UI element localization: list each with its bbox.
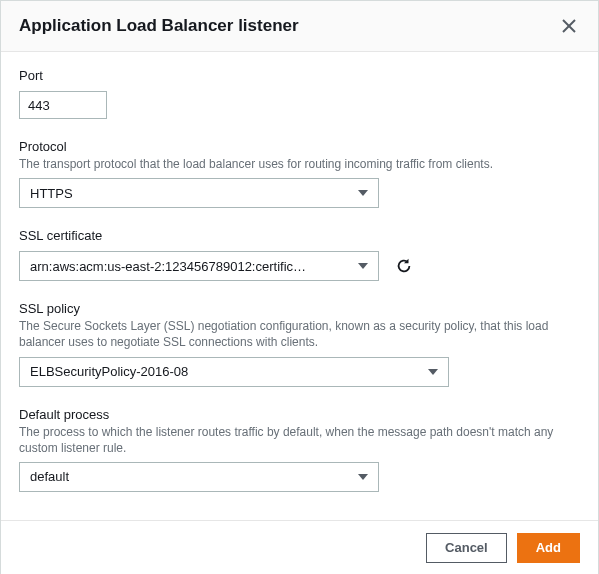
refresh-icon: [395, 257, 413, 275]
default-process-select-value: default: [30, 469, 69, 484]
default-process-field: Default process The process to which the…: [19, 407, 580, 492]
ssl-policy-help: The Secure Sockets Layer (SSL) negotiati…: [19, 318, 580, 350]
ssl-certificate-select[interactable]: arn:aws:acm:us-east-2:123456789012:certi…: [19, 251, 379, 281]
protocol-label: Protocol: [19, 139, 580, 154]
chevron-down-icon: [428, 369, 438, 375]
dialog-title: Application Load Balancer listener: [19, 16, 299, 36]
ssl-certificate-select-value: arn:aws:acm:us-east-2:123456789012:certi…: [30, 259, 306, 274]
protocol-field: Protocol The transport protocol that the…: [19, 139, 580, 208]
cancel-button[interactable]: Cancel: [426, 533, 507, 563]
listener-dialog: Application Load Balancer listener Port …: [0, 0, 599, 574]
ssl-certificate-label: SSL certificate: [19, 228, 580, 243]
dialog-body: Port Protocol The transport protocol tha…: [1, 52, 598, 520]
ssl-policy-label: SSL policy: [19, 301, 580, 316]
chevron-down-icon: [358, 190, 368, 196]
chevron-down-icon: [358, 263, 368, 269]
protocol-select[interactable]: HTTPS: [19, 178, 379, 208]
protocol-select-value: HTTPS: [30, 186, 73, 201]
chevron-down-icon: [358, 474, 368, 480]
port-input[interactable]: [19, 91, 107, 119]
ssl-policy-select[interactable]: ELBSecurityPolicy-2016-08: [19, 357, 449, 387]
ssl-policy-select-value: ELBSecurityPolicy-2016-08: [30, 364, 188, 379]
add-button[interactable]: Add: [517, 533, 580, 563]
protocol-help: The transport protocol that the load bal…: [19, 156, 580, 172]
dialog-footer: Cancel Add: [1, 520, 598, 574]
port-field: Port: [19, 68, 580, 119]
close-button[interactable]: [558, 15, 580, 37]
close-icon: [562, 19, 576, 33]
port-label: Port: [19, 68, 580, 83]
ssl-certificate-field: SSL certificate arn:aws:acm:us-east-2:12…: [19, 228, 580, 281]
default-process-label: Default process: [19, 407, 580, 422]
ssl-policy-field: SSL policy The Secure Sockets Layer (SSL…: [19, 301, 580, 386]
dialog-header: Application Load Balancer listener: [1, 1, 598, 52]
default-process-help: The process to which the listener routes…: [19, 424, 580, 456]
default-process-select[interactable]: default: [19, 462, 379, 492]
refresh-certificates-button[interactable]: [393, 255, 415, 277]
